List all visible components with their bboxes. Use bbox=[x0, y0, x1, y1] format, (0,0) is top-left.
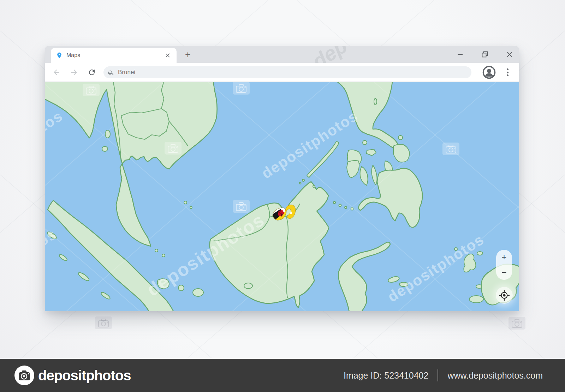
reload-icon[interactable] bbox=[86, 66, 98, 78]
island bbox=[345, 206, 347, 209]
island bbox=[162, 254, 165, 257]
island bbox=[190, 206, 192, 209]
island bbox=[302, 179, 304, 181]
island bbox=[102, 146, 108, 151]
restore-icon[interactable] bbox=[480, 50, 489, 59]
island bbox=[299, 182, 301, 184]
map-graphic: depositphotos depositphotos depositphoto… bbox=[45, 82, 519, 311]
window-controls bbox=[456, 46, 514, 63]
minimize-icon[interactable] bbox=[456, 50, 465, 59]
tab-maps[interactable]: Maps bbox=[51, 48, 177, 63]
island bbox=[155, 249, 158, 252]
browser-menu-icon[interactable] bbox=[503, 68, 512, 77]
island bbox=[244, 283, 252, 289]
forward-icon[interactable] bbox=[68, 66, 80, 78]
island bbox=[184, 201, 187, 204]
search-icon bbox=[108, 69, 114, 76]
map-canvas[interactable]: depositphotos depositphotos depositphoto… bbox=[45, 82, 519, 311]
island bbox=[313, 185, 315, 187]
island bbox=[178, 285, 184, 291]
island bbox=[339, 204, 341, 207]
brand-name: depositphotos bbox=[38, 368, 131, 384]
avatar[interactable] bbox=[482, 66, 496, 79]
island-seram bbox=[469, 296, 483, 303]
island-marinduque bbox=[363, 140, 367, 145]
island bbox=[477, 252, 483, 255]
camera-logo-icon bbox=[13, 364, 35, 386]
site-url: www.depositphotos.com bbox=[447, 370, 543, 381]
locate-button[interactable] bbox=[496, 287, 513, 304]
new-tab-button[interactable]: + bbox=[182, 49, 194, 61]
back-icon[interactable] bbox=[50, 66, 63, 78]
target-icon bbox=[498, 289, 510, 301]
tab-bar: Maps + dep bbox=[45, 46, 519, 63]
island-belitung bbox=[193, 289, 203, 296]
address-bar[interactable] bbox=[103, 66, 471, 78]
island bbox=[374, 98, 377, 105]
map-pin-icon bbox=[56, 52, 63, 59]
map-zoom-control: + − bbox=[496, 250, 512, 280]
zoom-out-button[interactable]: − bbox=[496, 265, 512, 280]
island-catanduanes bbox=[398, 135, 403, 140]
browser-toolbar bbox=[45, 63, 519, 82]
close-tab-icon[interactable] bbox=[164, 52, 172, 59]
search-input[interactable] bbox=[118, 69, 436, 76]
camera-watermark-icon bbox=[95, 316, 525, 330]
watermark-footer: depositphotos Image ID: 523410402 www.de… bbox=[0, 359, 565, 392]
tab-title: Maps bbox=[66, 52, 164, 59]
depositphotos-logo: depositphotos bbox=[13, 364, 131, 386]
zoom-in-button[interactable]: + bbox=[496, 250, 512, 265]
browser-window: Maps + dep bbox=[45, 46, 519, 311]
image-id: Image ID: 523410402 bbox=[344, 370, 428, 381]
divider bbox=[438, 369, 438, 381]
island bbox=[333, 201, 335, 204]
footer-info: Image ID: 523410402 www.depositphotos.co… bbox=[344, 369, 543, 381]
close-window-icon[interactable] bbox=[505, 50, 514, 59]
